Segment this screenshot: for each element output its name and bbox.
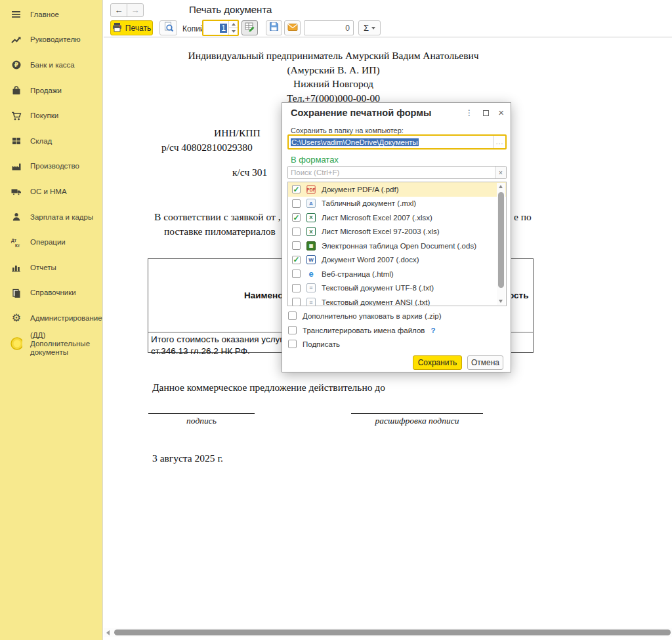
document-header-line: (Амурский В. А. ИП) xyxy=(117,63,550,77)
sidebar-item-payroll[interactable]: Зарплата и кадры xyxy=(0,205,102,230)
option-transliterate[interactable]: Транслитерировать имена файлов ? xyxy=(288,326,435,334)
format-row-xlsx[interactable]: X Лист Microsoft Excel 2007 (.xlsx) xyxy=(288,210,506,225)
help-icon[interactable]: ? xyxy=(430,327,435,334)
sidebar-item-label: Главное xyxy=(30,10,63,19)
txt-icon: ≡ xyxy=(306,283,316,292)
sidebar-item-label: Операции xyxy=(30,238,70,247)
format-search-field[interactable]: × xyxy=(287,166,507,179)
sidebar-item-label: Продажи xyxy=(30,87,66,95)
save-button[interactable]: Сохранить xyxy=(413,355,462,370)
maximize-icon[interactable] xyxy=(483,110,489,116)
search-clear-icon[interactable]: × xyxy=(495,167,506,178)
document-offer-line: Данное коммерческое предложение действит… xyxy=(152,382,385,393)
html-icon: e xyxy=(306,270,316,279)
signature-decode-label: расшифровка подписи xyxy=(375,416,459,426)
browse-button[interactable]: ... xyxy=(494,136,505,148)
search-input[interactable] xyxy=(288,167,495,178)
sidebar-item-sales[interactable]: Продажи xyxy=(0,78,102,104)
format-list-scrollbar[interactable] xyxy=(497,183,505,305)
horizontal-scrollbar[interactable] xyxy=(104,628,672,637)
formats-link[interactable]: В форматах xyxy=(291,155,339,165)
trend-chart-icon xyxy=(10,34,22,46)
xls-icon: X xyxy=(306,227,316,236)
sidebar: Главное Руководителю ₽ Банк и касса Прод… xyxy=(0,0,103,640)
format-row-xls[interactable]: X Лист Microsoft Excel 97-2003 (.xls) xyxy=(288,225,506,239)
sidebar-item-label: Администрирование xyxy=(30,314,106,323)
sidebar-item-purchases[interactable]: Покупки xyxy=(0,103,102,129)
format-label: Документ Word 2007 (.docx) xyxy=(322,256,419,264)
cancel-button[interactable]: Отмена xyxy=(467,355,503,370)
sidebar-item-production[interactable]: Производство xyxy=(0,154,102,180)
format-row-html[interactable]: e Веб-страница (.html) xyxy=(288,267,506,281)
format-checkbox[interactable] xyxy=(292,185,301,193)
format-checkbox[interactable] xyxy=(292,256,301,264)
sidebar-item-manager[interactable]: Руководителю xyxy=(0,28,102,53)
sidebar-item-label: Банк и касса xyxy=(30,61,79,70)
format-label: Документ PDF/A (.pdf) xyxy=(322,186,398,193)
format-label: Веб-страница (.html) xyxy=(322,270,394,278)
sidebar-item-bank[interactable]: ₽ Банк и касса xyxy=(0,52,102,78)
sidebar-item-label: Склад xyxy=(30,137,56,146)
format-checkbox[interactable] xyxy=(292,270,301,278)
folder-path-field[interactable]: C:\Users\vadim\OneDrive\Документы ... xyxy=(287,134,507,150)
scroll-down-icon[interactable] xyxy=(499,300,503,303)
sidebar-item-directories[interactable]: Справочники xyxy=(0,281,102,306)
signature-line: подпись xyxy=(148,413,255,426)
sidebar-item-label: Зарплата и кадры xyxy=(30,213,97,222)
warehouse-boxes-icon xyxy=(10,135,22,147)
sidebar-item-additional-docs[interactable]: (ДД) Дополнительные документы xyxy=(0,331,102,357)
scroll-up-icon[interactable] xyxy=(499,185,503,188)
format-checkbox[interactable] xyxy=(292,241,301,250)
document-corr-line: к/сч 301 xyxy=(232,167,267,178)
zip-checkbox[interactable] xyxy=(288,311,297,320)
sidebar-item-warehouse[interactable]: Склад xyxy=(0,129,102,154)
xlsx-icon: X xyxy=(306,213,316,222)
format-row-ods[interactable]: ▦ Электронная таблица Open Document (.od… xyxy=(288,239,506,253)
sidebar-item-administration[interactable]: ⚙ Администрирование xyxy=(0,306,102,331)
app-window: Главное Руководителю ₽ Банк и касса Прод… xyxy=(0,0,672,640)
document-date-line: 3 августа 2025 г. xyxy=(152,452,223,464)
sidebar-item-reports[interactable]: Отчеты xyxy=(0,255,102,281)
sidebar-item-operations[interactable]: ДтКт Операции xyxy=(0,230,102,255)
format-row-docx[interactable]: W Документ Word 2007 (.docx) xyxy=(288,253,506,268)
sidebar-item-fixed-assets[interactable]: ОС и НМА xyxy=(0,179,102,205)
sidebar-item-label: Производство xyxy=(30,162,83,170)
format-row-mxl[interactable]: A Табличный документ (.mxl) xyxy=(288,197,506,211)
format-row-pdf[interactable]: PDF Документ PDF/A (.pdf) xyxy=(288,182,506,197)
option-sign[interactable]: Подписать xyxy=(288,340,340,348)
dialog-title: Сохранение печатной формы xyxy=(291,108,431,118)
document-header-line: Индивидуальный предприниматель Амурский … xyxy=(117,49,550,63)
horizontal-scrollbar-thumb[interactable] xyxy=(114,630,671,635)
document-header-line: Нижний Новгород xyxy=(117,77,550,91)
txt-icon: ≡ xyxy=(306,298,316,306)
format-scrollbar-thumb[interactable] xyxy=(498,192,504,288)
format-checkbox[interactable] xyxy=(292,199,301,208)
bar-chart-icon xyxy=(10,262,22,273)
format-list: PDF Документ PDF/A (.pdf) A Табличный до… xyxy=(287,182,507,306)
yellow-circle-icon xyxy=(10,338,22,350)
format-label: Электронная таблица Open Document (.ods) xyxy=(322,242,476,250)
ods-icon: ▦ xyxy=(306,241,316,250)
sidebar-item-label: Справочники xyxy=(30,289,80,297)
transliterate-checkbox[interactable] xyxy=(288,326,297,334)
format-row-txt-utf8[interactable]: ≡ Текстовый документ UTF-8 (.txt) xyxy=(288,281,506,296)
scroll-left-icon[interactable] xyxy=(106,630,110,635)
option-label: Дополнительно упаковать в архив (.zip) xyxy=(303,312,441,320)
person-icon xyxy=(10,211,22,223)
sidebar-item-main[interactable]: Главное xyxy=(0,2,102,28)
sidebar-item-label: Отчеты xyxy=(30,264,60,272)
format-checkbox[interactable] xyxy=(292,228,301,236)
format-label: Лист Microsoft Excel 97-2003 (.xls) xyxy=(322,228,440,235)
format-checkbox[interactable] xyxy=(292,298,301,306)
format-checkbox[interactable] xyxy=(292,284,301,292)
close-icon[interactable]: × xyxy=(498,107,504,118)
sign-checkbox[interactable] xyxy=(288,340,297,348)
format-checkbox[interactable] xyxy=(292,213,301,222)
kebab-menu-icon[interactable]: ⋮ xyxy=(465,108,473,117)
option-zip[interactable]: Дополнительно упаковать в архив (.zip) xyxy=(288,311,441,320)
format-row-txt-ansi[interactable]: ≡ Текстовый документ ANSI (.txt) xyxy=(288,295,506,306)
folder-path-value[interactable]: C:\Users\vadim\OneDrive\Документы xyxy=(289,138,494,146)
shopping-bag-icon xyxy=(10,85,22,96)
debit-credit-icon: ДтКт xyxy=(10,237,22,249)
format-label: Лист Microsoft Excel 2007 (.xlsx) xyxy=(322,214,432,222)
